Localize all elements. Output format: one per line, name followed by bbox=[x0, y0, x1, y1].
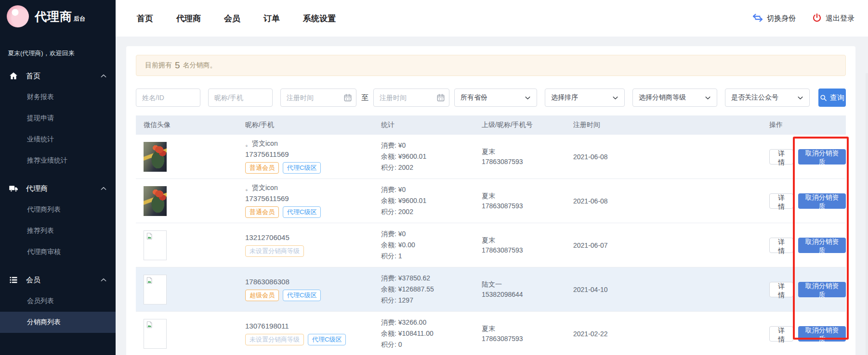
sidebar: 代理商 后台 夏末(代理商)，欢迎回来 首页财务报表提现申请业绩统计推荐业绩统计… bbox=[0, 0, 116, 355]
wechat-avatar bbox=[144, 230, 167, 260]
sidebar-item-分销商列表[interactable]: 分销商列表 bbox=[0, 312, 116, 333]
switch-identity-link[interactable]: 切换身份 bbox=[752, 13, 796, 24]
parent-nickname: 夏末 bbox=[482, 236, 573, 245]
logo-title-sub: 后台 bbox=[74, 15, 85, 25]
member-tags: 未设置分销商等级 bbox=[245, 245, 381, 257]
sidebar-group-label: 会员 bbox=[26, 276, 100, 285]
nickname-phone-input[interactable] bbox=[208, 89, 273, 107]
table-row: 13212706045 未设置分销商等级 消费: ¥0余额: ¥0.00积分: … bbox=[136, 223, 846, 267]
stat-line: 余额: ¥108411.00 bbox=[381, 328, 482, 339]
member-nickname: 。贤文icon bbox=[245, 184, 381, 192]
truck-icon bbox=[9, 184, 18, 193]
sidebar-item-财务报表[interactable]: 财务报表 bbox=[0, 87, 116, 108]
calendar-icon bbox=[343, 93, 352, 102]
tag-未设置分销商等级: 未设置分销商等级 bbox=[245, 245, 304, 257]
tag-普通会员: 普通会员 bbox=[245, 206, 279, 218]
cancel-distribution-button[interactable]: 取消分销资质 bbox=[798, 149, 846, 165]
sidebar-group-0: 首页财务报表提现申请业绩统计推荐业绩统计 bbox=[0, 65, 116, 171]
stat-line: 积分: 2002 bbox=[381, 162, 482, 173]
tag-代理C级区: 代理C级区 bbox=[283, 162, 321, 174]
broken-image-icon bbox=[145, 321, 153, 329]
table-header-row: 微信头像昵称/手机统计上级/昵称/手机号注册时间操作 bbox=[136, 115, 846, 135]
stat-line: 消费: ¥37850.62 bbox=[381, 273, 482, 284]
wechat-avatar bbox=[144, 319, 167, 349]
cancel-distribution-button[interactable]: 取消分销资质 bbox=[798, 193, 846, 209]
register-date: 2021-06-08 bbox=[573, 153, 769, 161]
sidebar-item-推荐列表[interactable]: 推荐列表 bbox=[0, 220, 116, 241]
detail-button[interactable]: 详情 bbox=[769, 149, 793, 165]
chevron-down-icon bbox=[705, 95, 711, 101]
row-actions: 详情 取消分销资质 bbox=[769, 238, 846, 253]
detail-button[interactable]: 详情 bbox=[769, 193, 793, 209]
sidebar-item-提现申请[interactable]: 提现申请 bbox=[0, 108, 116, 129]
row-actions: 详情 取消分销资质 bbox=[769, 193, 846, 209]
detail-button[interactable]: 详情 bbox=[769, 238, 793, 253]
name-id-input[interactable] bbox=[136, 89, 200, 107]
top-menu-item-系统设置[interactable]: 系统设置 bbox=[303, 13, 336, 24]
sidebar-group-header-0[interactable]: 首页 bbox=[0, 65, 116, 87]
sidebar-group-header-2[interactable]: 会员 bbox=[0, 269, 116, 291]
member-phone: 13212706045 bbox=[245, 233, 381, 241]
detail-button[interactable]: 详情 bbox=[769, 282, 793, 297]
top-menu-item-代理商[interactable]: 代理商 bbox=[176, 13, 201, 24]
cancel-distribution-button[interactable]: 取消分销资质 bbox=[798, 326, 846, 342]
filter-selects: 所有省份选择排序选择分销商等级是否关注公众号 bbox=[454, 89, 818, 107]
tag-代理C级区: 代理C级区 bbox=[308, 334, 346, 345]
member-stats: 消费: ¥0余额: ¥0.00积分: 1 bbox=[381, 228, 482, 262]
top-menu-item-会员[interactable]: 会员 bbox=[224, 13, 240, 24]
parent-phone: 17863087593 bbox=[482, 335, 573, 342]
row-actions: 详情 取消分销资质 bbox=[769, 282, 846, 297]
stat-line: 消费: ¥0 bbox=[381, 184, 482, 195]
stat-line: 余额: ¥0.00 bbox=[381, 240, 482, 251]
stat-line: 余额: ¥9600.01 bbox=[381, 151, 482, 162]
sidebar-item-会员列表[interactable]: 会员列表 bbox=[0, 291, 116, 312]
sidebar-item-代理商审核[interactable]: 代理商审核 bbox=[0, 241, 116, 263]
search-icon bbox=[820, 94, 827, 101]
scrollbar-track[interactable] bbox=[866, 73, 868, 355]
cancel-distribution-button[interactable]: 取消分销资质 bbox=[798, 238, 846, 253]
select-value: 所有省份 bbox=[460, 93, 487, 102]
sidebar-item-业绩统计[interactable]: 业绩统计 bbox=[0, 129, 116, 150]
table-body: 。贤文icon 17375611569 普通会员代理C级区 消费: ¥0余额: … bbox=[136, 135, 846, 355]
chevron-up-icon bbox=[100, 277, 107, 283]
search-button[interactable]: 查询 bbox=[818, 89, 846, 107]
distributor-count-alert: 目前拥有 5 名分销商。 bbox=[136, 55, 846, 76]
welcome-text: 夏末(代理商)，欢迎回来 bbox=[0, 33, 116, 61]
stat-line: 积分: 2002 bbox=[381, 206, 482, 217]
sidebar-group-1: 代理商代理商列表推荐列表代理商审核 bbox=[0, 178, 116, 263]
filter-select-3[interactable]: 是否关注公众号 bbox=[725, 89, 810, 107]
table-row: 17863086308 超级会员代理C级区 消费: ¥37850.62余额: ¥… bbox=[136, 267, 846, 312]
filter-select-1[interactable]: 选择排序 bbox=[545, 89, 625, 107]
member-phone: 17375611569 bbox=[245, 194, 381, 203]
stat-line: 积分: 1297 bbox=[381, 295, 482, 306]
logo-title-main: 代理商 bbox=[35, 9, 72, 25]
cancel-distribution-button[interactable]: 取消分销资质 bbox=[798, 282, 846, 297]
sidebar-group-header-1[interactable]: 代理商 bbox=[0, 178, 116, 199]
parent-nickname: 夏末 bbox=[482, 192, 573, 201]
tag-代理C级区: 代理C级区 bbox=[283, 290, 321, 301]
column-header-注册时间: 注册时间 bbox=[573, 121, 769, 129]
detail-button[interactable]: 详情 bbox=[769, 326, 793, 342]
sidebar-menu: 首页财务报表提现申请业绩统计推荐业绩统计代理商代理商列表推荐列表代理商审核会员会… bbox=[0, 65, 116, 333]
top-menu: 首页代理商会员订单系统设置 bbox=[137, 13, 336, 24]
top-menu-item-首页[interactable]: 首页 bbox=[137, 13, 153, 24]
member-stats: 消费: ¥0余额: ¥9600.01积分: 2002 bbox=[381, 140, 482, 173]
wechat-avatar bbox=[144, 275, 167, 304]
tag-未设置分销商等级: 未设置分销商等级 bbox=[245, 334, 304, 345]
member-tags: 未设置分销商等级代理C级区 bbox=[245, 334, 381, 345]
select-value: 是否关注公众号 bbox=[731, 93, 778, 102]
logo-avatar-image bbox=[7, 5, 29, 27]
top-menu-item-订单[interactable]: 订单 bbox=[263, 13, 280, 24]
filter-select-2[interactable]: 选择分销商等级 bbox=[632, 89, 717, 107]
logout-link[interactable]: 退出登录 bbox=[812, 13, 855, 24]
main-content: 目前拥有 5 名分销商。 至 所有省份选择排序选择分销商等级是否关注公众号 bbox=[116, 37, 868, 355]
wechat-avatar bbox=[144, 142, 167, 172]
member-stats: 消费: ¥3266.00余额: ¥108411.00积分: 0 bbox=[381, 317, 482, 350]
tag-普通会员: 普通会员 bbox=[245, 162, 279, 174]
filter-select-0[interactable]: 所有省份 bbox=[454, 89, 537, 107]
sidebar-item-推荐业绩统计[interactable]: 推荐业绩统计 bbox=[0, 150, 116, 171]
sidebar-group-label: 首页 bbox=[26, 72, 100, 81]
parent-nickname: 夏末 bbox=[482, 325, 573, 333]
column-header-上级/昵称/手机号: 上级/昵称/手机号 bbox=[482, 121, 573, 129]
sidebar-item-代理商列表[interactable]: 代理商列表 bbox=[0, 199, 116, 220]
